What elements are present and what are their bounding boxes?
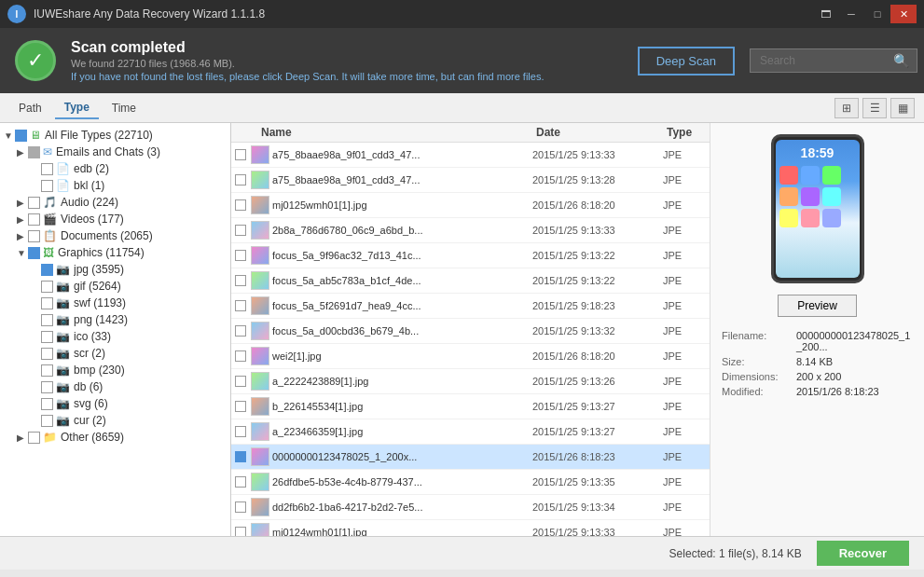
table-row[interactable]: focus_5a_9f96ac32_7d13_41c...2015/1/25 9… (231, 243, 710, 268)
file-date: 2015/1/25 9:13:22 (532, 275, 663, 286)
tree-checkbox[interactable] (28, 247, 40, 259)
tree-item[interactable]: 📷svg (6) (0, 395, 230, 412)
file-checkbox[interactable] (235, 501, 246, 513)
tree-item[interactable]: ▶🎬Videos (177) (0, 211, 230, 227)
tree-checkbox[interactable] (41, 398, 53, 410)
tree-item[interactable]: 📷png (1423) (0, 311, 230, 328)
file-checkbox[interactable] (235, 199, 246, 211)
tree-checkbox[interactable] (28, 197, 40, 209)
preview-button[interactable]: Preview (778, 295, 857, 317)
tree-item[interactable]: 📷db (6) (0, 378, 230, 395)
tree-checkbox[interactable] (41, 180, 53, 192)
table-row[interactable]: mj0124wmh01[1].jpg2015/1/25 9:13:33JPE (231, 520, 710, 536)
tree-checkbox[interactable] (41, 163, 53, 175)
view-list-button[interactable]: ☰ (862, 98, 887, 118)
table-row[interactable]: focus_5a_5f2691d7_hea9_4cc...2015/1/25 9… (231, 294, 710, 319)
tree-item[interactable]: 📷jpg (3595) (0, 261, 230, 278)
tree-item[interactable]: 📷scr (2) (0, 345, 230, 362)
tree-item[interactable]: ▶✉Emails and Chats (3) (0, 144, 230, 160)
tree-item[interactable]: ▶🎵Audio (224) (0, 194, 230, 211)
close-button[interactable]: ✕ (890, 5, 917, 23)
tree-checkbox[interactable] (28, 230, 40, 242)
table-row[interactable]: focus_5a_ab5c783a_b1cf_4de...2015/1/25 9… (231, 268, 710, 294)
tree-checkbox[interactable] (28, 146, 40, 158)
tree-arrow-icon: ▼ (4, 131, 15, 141)
tree-checkbox[interactable] (41, 314, 53, 326)
file-checkbox[interactable] (235, 250, 246, 261)
table-row[interactable]: b_226145534[1].jpg2015/1/25 9:13:27JPE (231, 394, 710, 419)
table-row[interactable]: focus_5a_d00cbd36_b679_4b...2015/1/25 9:… (231, 319, 710, 344)
maximize-button[interactable]: □ (864, 5, 890, 23)
file-checkbox[interactable] (235, 376, 246, 387)
table-row[interactable]: a75_8baae98a_9f01_cdd3_47...2015/1/25 9:… (231, 168, 710, 193)
restore-button[interactable]: 🗖 (812, 5, 838, 23)
tree-checkbox[interactable] (41, 297, 53, 309)
table-row[interactable]: a_2222423889[1].jpg2015/1/25 9:13:26JPE (231, 369, 710, 394)
tree-item[interactable]: 📄edb (2) (0, 160, 230, 177)
tree-item[interactable]: 📷swf (1193) (0, 295, 230, 311)
view-detail-button[interactable]: ▦ (890, 98, 915, 118)
tree-checkbox[interactable] (41, 415, 53, 427)
tree-checkbox[interactable] (41, 281, 53, 293)
tree-item[interactable]: 📷bmp (230) (0, 362, 230, 378)
table-row[interactable]: dd2fb6b2-1ba6-4217-b2d2-7e5...2015/1/25 … (231, 495, 710, 520)
tree-checkbox[interactable] (41, 264, 53, 276)
file-checkbox[interactable] (235, 451, 246, 462)
deep-scan-button[interactable]: Deep Scan (638, 47, 735, 76)
tree-checkbox[interactable] (41, 381, 53, 393)
table-row[interactable]: 2b8a_786d6780_06c9_a6bd_b...2015/1/25 9:… (231, 218, 710, 243)
file-list-header: Name Date Type (231, 123, 710, 143)
file-checkbox[interactable] (235, 300, 246, 311)
file-checkbox[interactable] (235, 325, 246, 337)
tree-item[interactable]: ▶📋Documents (2065) (0, 227, 230, 244)
tree-checkbox[interactable] (41, 348, 53, 360)
table-row[interactable]: 00000000123478025_1_200x...2015/1/26 8:1… (231, 445, 710, 470)
tree-item[interactable]: ▶📁Other (8659) (0, 429, 230, 446)
tree-item[interactable]: ▼🖥All File Types (22710) (0, 127, 230, 144)
tree-item[interactable]: 📷gif (5264) (0, 278, 230, 295)
table-row[interactable]: mj0125wmh01[1].jpg2015/1/26 8:18:20JPE (231, 193, 710, 218)
tab-type[interactable]: Type (55, 97, 99, 119)
table-row[interactable]: a75_8baae98a_9f01_cdd3_47...2015/1/25 9:… (231, 143, 710, 168)
tree-checkbox[interactable] (41, 364, 53, 377)
tree-item[interactable]: 📷cur (2) (0, 412, 230, 429)
file-checkbox[interactable] (235, 401, 246, 412)
file-checkbox[interactable] (235, 174, 246, 185)
tree-checkbox[interactable] (41, 331, 53, 343)
tree-checkbox[interactable] (28, 213, 40, 226)
table-row[interactable]: wei2[1].jpg2015/1/26 8:18:20JPE (231, 344, 710, 369)
table-row[interactable]: 26dfdbe5-b53e-4c4b-8779-437...2015/1/25 … (231, 470, 710, 495)
file-checkbox[interactable] (235, 527, 246, 536)
file-type: JPE (663, 250, 710, 261)
file-checkbox[interactable] (235, 225, 246, 236)
file-checkbox[interactable] (235, 149, 246, 160)
status-bar: Selected: 1 file(s), 8.14 KB Recover (0, 536, 924, 570)
tree-item[interactable]: 📄bkl (1) (0, 177, 230, 194)
view-thumbnail-button[interactable]: ⊞ (834, 98, 859, 118)
tree-checkbox[interactable] (28, 432, 40, 444)
recover-button[interactable]: Recover (817, 541, 909, 566)
table-row[interactable]: a_223466359[1].jpg2015/1/25 9:13:27JPE (231, 419, 710, 445)
tab-time[interactable]: Time (103, 98, 145, 118)
file-checkbox[interactable] (235, 476, 246, 488)
tree-checkbox[interactable] (15, 130, 27, 142)
tree-folder-icon: 🎬 (43, 213, 57, 226)
search-input[interactable] (750, 48, 917, 73)
file-checkbox[interactable] (235, 275, 246, 286)
filename-label: Filename: (722, 330, 796, 352)
file-checkbox[interactable] (235, 350, 246, 362)
tab-path[interactable]: Path (9, 98, 51, 118)
file-checkbox[interactable] (235, 426, 246, 437)
header: ✓ Scan completed We found 22710 files (1… (0, 28, 924, 93)
file-name: mj0124wmh01[1].jpg (272, 527, 532, 536)
file-date: 2015/1/26 8:18:20 (532, 350, 663, 362)
tree-item[interactable]: ▼🖼Graphics (11754) (0, 244, 230, 261)
tree-folder-icon: 📷 (56, 263, 70, 276)
tree-arrow-icon: ▶ (17, 433, 28, 443)
minimize-button[interactable]: ─ (838, 5, 864, 23)
tree-item-label: edb (2) (74, 162, 109, 175)
scan-hint: If you have not found the lost files, pl… (71, 71, 623, 82)
file-name: b_226145534[1].jpg (272, 401, 532, 412)
tree-item[interactable]: 📷ico (33) (0, 328, 230, 345)
scan-complete-icon: ✓ (15, 40, 56, 81)
